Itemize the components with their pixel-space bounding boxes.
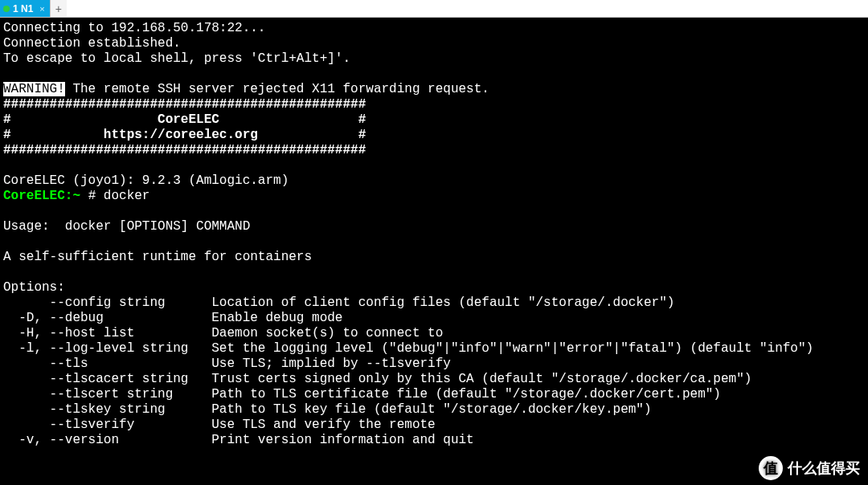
line-escape: To escape to local shell, press 'Ctrl+Al… <box>3 51 350 66</box>
banner-border-bottom: ########################################… <box>3 143 366 157</box>
opt-tlsverify: --tlsverify Use TLS and verify the remot… <box>3 418 436 432</box>
warning-text: The remote SSH server rejected X11 forwa… <box>65 82 489 96</box>
prompt-host: CoreELEC: <box>3 189 72 203</box>
opt-loglevel: -l, --log-level string Set the logging l… <box>3 341 813 356</box>
banner-url: # https://coreelec.org # <box>3 128 366 142</box>
prompt-command: # docker <box>80 189 149 203</box>
banner-name: # CoreELEC # <box>3 112 366 127</box>
prompt-path: ~ <box>72 189 80 203</box>
terminal-output[interactable]: Connecting to 192.168.50.178:22... Conne… <box>0 18 868 485</box>
tab-label: 1 N1 <box>13 3 33 14</box>
opt-config: --config string Location of client confi… <box>3 295 674 310</box>
opt-version: -v, --version Print version information … <box>3 433 474 447</box>
opt-host: -H, --host list Daemon socket(s) to conn… <box>3 326 443 340</box>
opt-tls: --tls Use TLS; implied by --tlsverify <box>3 357 451 371</box>
version-line: CoreELEC (joyo1): 9.2.3 (Amlogic.arm) <box>3 173 289 188</box>
line-connecting: Connecting to 192.168.50.178:22... <box>3 21 265 35</box>
opt-tlscert: --tlscert string Path to TLS certificate… <box>3 387 721 401</box>
description-line: A self-sufficient runtime for containers <box>3 250 312 264</box>
line-established: Connection established. <box>3 36 181 51</box>
tab-bar: 1 N1 × + <box>0 0 868 18</box>
usage-line: Usage: docker [OPTIONS] COMMAND <box>3 219 250 234</box>
warning-label: WARNING! <box>3 82 65 96</box>
opt-tlscacert: --tlscacert string Trust certs signed on… <box>3 372 751 386</box>
options-header: Options: <box>3 280 65 295</box>
status-dot-icon <box>3 6 10 12</box>
app-window: 1 N1 × + Connecting to 192.168.50.178:22… <box>0 0 868 485</box>
tab-add-button[interactable]: + <box>51 0 67 17</box>
tab-close-button[interactable]: × <box>39 4 44 14</box>
opt-debug: -D, --debug Enable debug mode <box>3 311 342 325</box>
tab-active[interactable]: 1 N1 × <box>0 0 50 17</box>
banner-border-top: ########################################… <box>3 97 366 112</box>
opt-tlskey: --tlskey string Path to TLS key file (de… <box>3 402 652 417</box>
